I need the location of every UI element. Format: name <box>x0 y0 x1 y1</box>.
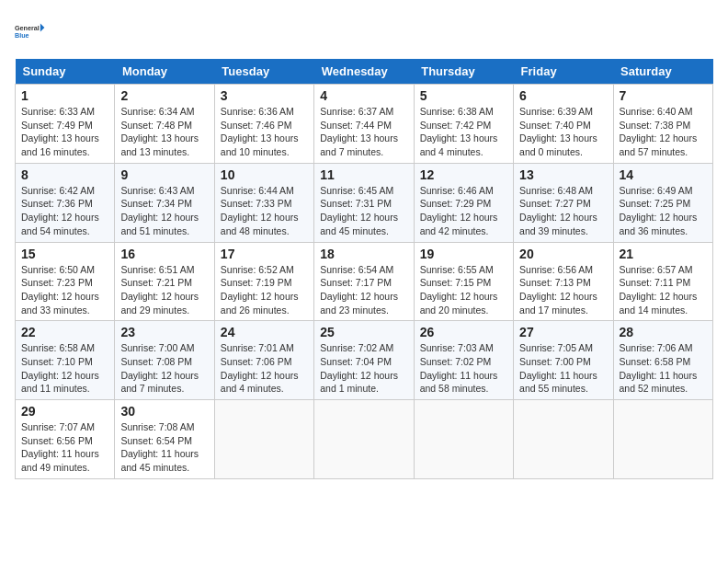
day-number: 6 <box>519 88 607 103</box>
calendar-week-4: 22 Sunrise: 6:58 AM Sunset: 7:10 PM Dayl… <box>16 321 713 400</box>
sunset: Sunset: 7:25 PM <box>620 198 691 209</box>
logo-icon: GeneralBlue <box>15 15 48 48</box>
day-number: 7 <box>620 88 707 103</box>
daylight: Daylight: 12 hours and 36 minutes. <box>620 212 698 236</box>
calendar-cell: 24 Sunrise: 7:01 AM Sunset: 7:06 PM Dayl… <box>214 321 313 400</box>
sunset: Sunset: 7:27 PM <box>519 198 591 209</box>
sunset: Sunset: 7:34 PM <box>120 198 192 209</box>
sunrise: Sunrise: 7:01 AM <box>221 342 294 353</box>
sunrise: Sunrise: 6:48 AM <box>519 185 593 196</box>
calendar-cell: 11 Sunrise: 6:45 AM Sunset: 7:31 PM Dayl… <box>314 163 414 242</box>
day-info: Sunrise: 6:54 AM Sunset: 7:17 PM Dayligh… <box>320 263 407 317</box>
calendar-cell: 21 Sunrise: 6:57 AM Sunset: 7:11 PM Dayl… <box>613 242 712 321</box>
sunset: Sunset: 7:17 PM <box>320 277 392 288</box>
day-number: 11 <box>320 167 407 182</box>
day-number: 13 <box>519 167 607 182</box>
day-number: 26 <box>420 325 507 339</box>
calendar-cell: 1 Sunrise: 6:33 AM Sunset: 7:49 PM Dayli… <box>16 85 115 164</box>
day-info: Sunrise: 6:45 AM Sunset: 7:31 PM Dayligh… <box>320 184 407 238</box>
svg-text:General: General <box>15 24 40 32</box>
day-info: Sunrise: 6:40 AM Sunset: 7:38 PM Dayligh… <box>620 105 707 159</box>
day-number: 3 <box>221 88 308 103</box>
daylight: Daylight: 12 hours and 23 minutes. <box>320 291 398 316</box>
calendar-cell: 26 Sunrise: 7:03 AM Sunset: 7:02 PM Dayl… <box>414 321 513 400</box>
day-number: 10 <box>221 167 308 182</box>
day-number: 15 <box>21 247 108 261</box>
sunset: Sunset: 7:42 PM <box>420 120 492 131</box>
day-number: 23 <box>120 325 208 339</box>
daylight: Daylight: 12 hours and 39 minutes. <box>519 212 597 236</box>
day-info: Sunrise: 7:06 AM Sunset: 6:58 PM Dayligh… <box>620 341 707 396</box>
sunset: Sunset: 7:38 PM <box>620 120 691 131</box>
svg-marker-2 <box>40 23 45 31</box>
sunrise: Sunrise: 6:55 AM <box>420 264 494 275</box>
day-info: Sunrise: 6:42 AM Sunset: 7:36 PM Dayligh… <box>21 184 108 238</box>
daylight: Daylight: 12 hours and 33 minutes. <box>21 291 99 316</box>
calendar-week-3: 15 Sunrise: 6:50 AM Sunset: 7:23 PM Dayl… <box>16 242 713 321</box>
sunrise: Sunrise: 6:42 AM <box>21 185 95 196</box>
day-number: 27 <box>519 325 607 339</box>
day-number: 17 <box>221 247 308 261</box>
weekday-header-sunday: Sunday <box>16 59 115 85</box>
weekday-header-wednesday: Wednesday <box>314 59 414 85</box>
day-number: 2 <box>120 88 208 103</box>
daylight: Daylight: 13 hours and 7 minutes. <box>320 132 398 157</box>
calendar-cell: 15 Sunrise: 6:50 AM Sunset: 7:23 PM Dayl… <box>16 242 115 321</box>
day-info: Sunrise: 6:49 AM Sunset: 7:25 PM Dayligh… <box>620 184 707 238</box>
calendar-cell: 7 Sunrise: 6:40 AM Sunset: 7:38 PM Dayli… <box>613 85 712 164</box>
sunset: Sunset: 7:10 PM <box>21 356 93 367</box>
day-number: 19 <box>420 247 507 261</box>
sunset: Sunset: 7:44 PM <box>320 120 392 131</box>
calendar-week-1: 1 Sunrise: 6:33 AM Sunset: 7:49 PM Dayli… <box>16 85 713 164</box>
day-info: Sunrise: 6:38 AM Sunset: 7:42 PM Dayligh… <box>420 105 507 159</box>
sunrise: Sunrise: 6:46 AM <box>420 185 494 196</box>
daylight: Daylight: 11 hours and 49 minutes. <box>21 448 99 473</box>
day-info: Sunrise: 7:02 AM Sunset: 7:04 PM Dayligh… <box>320 341 407 396</box>
sunset: Sunset: 6:54 PM <box>120 435 192 446</box>
day-info: Sunrise: 7:01 AM Sunset: 7:06 PM Dayligh… <box>221 341 308 396</box>
calendar-cell: 29 Sunrise: 7:07 AM Sunset: 6:56 PM Dayl… <box>16 400 115 479</box>
weekday-header-monday: Monday <box>115 59 214 85</box>
weekday-header-tuesday: Tuesday <box>214 59 313 85</box>
sunrise: Sunrise: 6:57 AM <box>620 264 693 275</box>
sunset: Sunset: 7:00 PM <box>519 356 591 367</box>
daylight: Daylight: 12 hours and 48 minutes. <box>221 212 299 236</box>
sunset: Sunset: 7:04 PM <box>320 356 392 367</box>
sunrise: Sunrise: 6:50 AM <box>21 264 95 275</box>
day-info: Sunrise: 6:37 AM Sunset: 7:44 PM Dayligh… <box>320 105 407 159</box>
sunset: Sunset: 7:36 PM <box>21 198 93 209</box>
day-info: Sunrise: 6:43 AM Sunset: 7:34 PM Dayligh… <box>120 184 208 238</box>
day-number: 18 <box>320 247 407 261</box>
day-info: Sunrise: 6:51 AM Sunset: 7:21 PM Dayligh… <box>120 263 208 317</box>
calendar-cell: 6 Sunrise: 6:39 AM Sunset: 7:40 PM Dayli… <box>514 85 613 164</box>
day-info: Sunrise: 6:46 AM Sunset: 7:29 PM Dayligh… <box>420 184 507 238</box>
calendar-cell <box>314 400 414 479</box>
day-info: Sunrise: 6:55 AM Sunset: 7:15 PM Dayligh… <box>420 263 507 317</box>
sunrise: Sunrise: 6:44 AM <box>221 185 294 196</box>
daylight: Daylight: 11 hours and 58 minutes. <box>420 370 498 395</box>
sunrise: Sunrise: 6:34 AM <box>120 106 194 117</box>
day-number: 5 <box>420 88 507 103</box>
daylight: Daylight: 12 hours and 26 minutes. <box>221 291 299 316</box>
day-info: Sunrise: 6:39 AM Sunset: 7:40 PM Dayligh… <box>519 105 607 159</box>
calendar-cell: 8 Sunrise: 6:42 AM Sunset: 7:36 PM Dayli… <box>16 163 115 242</box>
calendar-cell: 10 Sunrise: 6:44 AM Sunset: 7:33 PM Dayl… <box>214 163 313 242</box>
day-number: 1 <box>21 88 108 103</box>
day-number: 21 <box>620 247 707 261</box>
sunrise: Sunrise: 6:56 AM <box>519 264 593 275</box>
calendar-cell: 5 Sunrise: 6:38 AM Sunset: 7:42 PM Dayli… <box>414 85 513 164</box>
daylight: Daylight: 12 hours and 57 minutes. <box>620 132 698 157</box>
sunrise: Sunrise: 7:02 AM <box>320 342 393 353</box>
sunset: Sunset: 7:11 PM <box>620 277 691 288</box>
calendar-cell: 16 Sunrise: 6:51 AM Sunset: 7:21 PM Dayl… <box>115 242 214 321</box>
day-info: Sunrise: 7:00 AM Sunset: 7:08 PM Dayligh… <box>120 341 208 396</box>
daylight: Daylight: 12 hours and 14 minutes. <box>620 291 698 316</box>
calendar-week-2: 8 Sunrise: 6:42 AM Sunset: 7:36 PM Dayli… <box>16 163 713 242</box>
calendar-cell <box>414 400 513 479</box>
sunrise: Sunrise: 6:45 AM <box>320 185 393 196</box>
daylight: Daylight: 11 hours and 45 minutes. <box>120 448 199 473</box>
day-info: Sunrise: 7:08 AM Sunset: 6:54 PM Dayligh… <box>120 420 208 475</box>
day-info: Sunrise: 6:52 AM Sunset: 7:19 PM Dayligh… <box>221 263 308 317</box>
daylight: Daylight: 12 hours and 51 minutes. <box>120 212 199 236</box>
daylight: Daylight: 12 hours and 29 minutes. <box>120 291 199 316</box>
